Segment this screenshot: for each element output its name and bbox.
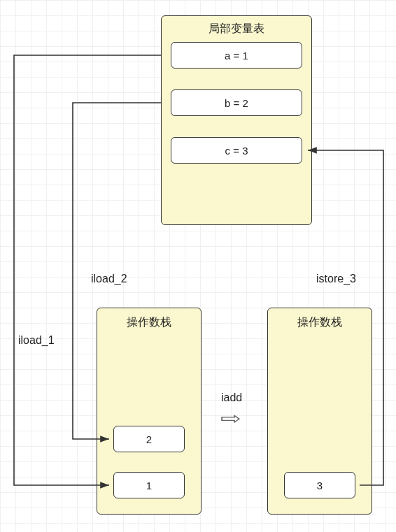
- stack-left-cell-1: 1: [113, 472, 185, 498]
- operand-stack-right-title: 操作数栈: [268, 308, 372, 330]
- stack-right-cell-0: 3: [284, 472, 355, 498]
- iadd-label: iadd: [221, 391, 242, 404]
- iload2-label: iload_2: [91, 273, 127, 285]
- var-cell-c: c = 3: [171, 137, 302, 164]
- var-cell-b: b = 2: [171, 89, 302, 116]
- stack-left-cell-0: 2: [113, 426, 185, 452]
- var-cell-a: a = 1: [171, 42, 302, 69]
- iload1-label: iload_1: [18, 334, 55, 347]
- operand-stack-left-title: 操作数栈: [97, 308, 201, 330]
- istore3-label: istore_3: [316, 273, 356, 285]
- iadd-arrow-icon: ⇨: [220, 408, 241, 429]
- local-variable-table-title: 局部变量表: [162, 16, 311, 39]
